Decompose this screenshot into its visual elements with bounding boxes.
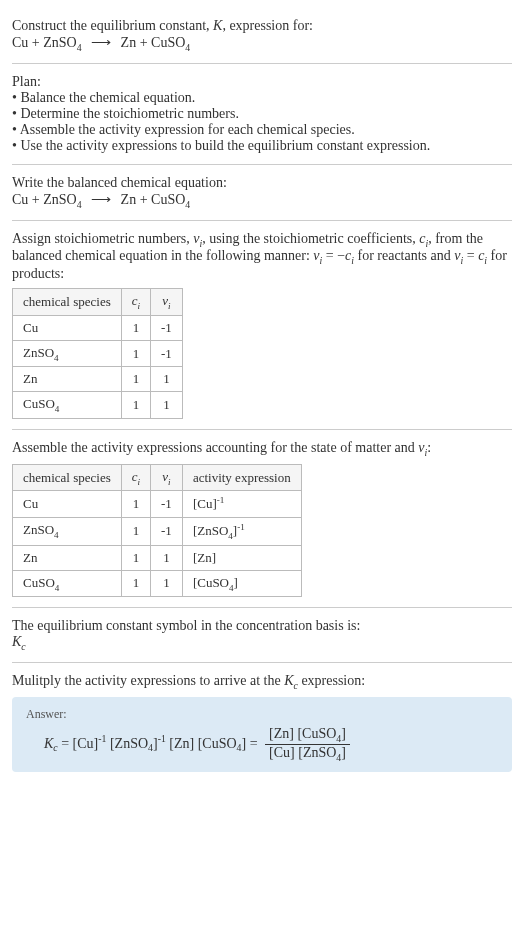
- answer-fraction: [Zn] [CuSO4] [Cu] [ZnSO4]: [265, 726, 350, 763]
- td-nu: -1: [151, 340, 183, 367]
- plan-item: Use the activity expressions to build th…: [12, 138, 512, 154]
- stoich-section: Assign stoichiometric numbers, νi, using…: [12, 221, 512, 430]
- intro-text: Construct the equilibrium constant, K, e…: [12, 18, 512, 34]
- td-nu: -1: [151, 315, 183, 340]
- mu-k: K: [284, 673, 293, 688]
- k-symbol: K: [213, 18, 222, 33]
- ans-t1: [Cu]: [73, 735, 99, 750]
- ae-sup: -1: [217, 495, 225, 505]
- th-ci: ci: [121, 464, 150, 491]
- th-nui: νi: [151, 464, 183, 491]
- num-a: [Zn] [CuSO: [269, 726, 336, 741]
- ans-s2: -1: [158, 733, 166, 744]
- ae-close: ]: [234, 575, 238, 590]
- sp: Zn: [23, 371, 37, 386]
- ac-t2: :: [427, 440, 431, 455]
- st-eq2b: =: [463, 248, 478, 263]
- b-reactant-cu: Cu: [12, 192, 28, 207]
- mu-t1: Mulitply the activity expressions to arr…: [12, 673, 284, 688]
- kc-intro-section: The equilibrium constant symbol in the c…: [12, 608, 512, 663]
- multiply-section: Mulitply the activity expressions to arr…: [12, 663, 512, 782]
- plan-label: Plan:: [12, 74, 512, 90]
- reactant-znso4: ZnSO: [43, 35, 76, 50]
- fraction-numerator: [Zn] [CuSO4]: [265, 726, 350, 745]
- td-species: CuSO4: [13, 570, 122, 597]
- den-a: [Cu] [ZnSO: [269, 745, 336, 760]
- td-species: Cu: [13, 315, 122, 340]
- td-c: 1: [121, 545, 150, 570]
- b-plus: +: [28, 192, 43, 207]
- kc-k: K: [12, 634, 21, 649]
- ac-t1: Assemble the activity expressions accoun…: [12, 440, 418, 455]
- st-t2: , using the stoichiometric coefficients,: [202, 231, 419, 246]
- st-eq1b: = −: [322, 248, 345, 263]
- plan-list: Balance the chemical equation. Determine…: [12, 90, 512, 154]
- equation-line: Cu + ZnSO4 ⟶ Zn + CuSO4: [12, 34, 512, 53]
- table-header-row: chemical species ci νi: [13, 289, 183, 316]
- reactant-cu: Cu: [12, 35, 28, 50]
- b-reactant-znso4: ZnSO: [43, 192, 76, 207]
- td-nu: 1: [151, 367, 183, 392]
- b-product-zn: Zn: [121, 192, 137, 207]
- kc-intro-text: The equilibrium constant symbol in the c…: [12, 618, 512, 634]
- td-species: ZnSO4: [13, 517, 122, 545]
- num-c: ]: [341, 726, 346, 741]
- sp-sub: 4: [55, 404, 60, 414]
- td-species: ZnSO4: [13, 340, 122, 367]
- th-activity: activity expression: [182, 464, 301, 491]
- plan-item: Balance the chemical equation.: [12, 90, 512, 106]
- mu-t2: expression:: [298, 673, 365, 688]
- sp: Cu: [23, 320, 38, 335]
- sp: Cu: [23, 496, 38, 511]
- st-t1: Assign stoichiometric numbers,: [12, 231, 193, 246]
- td-c: 1: [121, 517, 150, 545]
- intro-prompt: Construct the equilibrium constant,: [12, 18, 213, 33]
- th-nui-s: i: [168, 301, 171, 311]
- td-nu: -1: [151, 491, 183, 517]
- td-ae: [Zn]: [182, 545, 301, 570]
- activity-section: Assemble the activity expressions accoun…: [12, 430, 512, 608]
- fraction-denominator: [Cu] [ZnSO4]: [265, 745, 350, 763]
- table-row: Zn 1 1: [13, 367, 183, 392]
- product-zn: Zn: [121, 35, 137, 50]
- td-ae: [CuSO4]: [182, 570, 301, 597]
- sp-sub: 4: [54, 352, 59, 362]
- th-ci-s: i: [138, 301, 141, 311]
- table-row: ZnSO4 1 -1 [ZnSO4]-1: [13, 517, 302, 545]
- table-row: CuSO4 1 1: [13, 392, 183, 419]
- th-nui: νi: [151, 289, 183, 316]
- sp: Zn: [23, 550, 37, 565]
- td-nu: -1: [151, 517, 183, 545]
- ans-eq: =: [58, 735, 73, 750]
- table-row: Cu 1 -1 [Cu]-1: [13, 491, 302, 517]
- table-row: ZnSO4 1 -1: [13, 340, 183, 367]
- plus2: +: [136, 35, 151, 50]
- arrow-icon: ⟶: [91, 191, 111, 208]
- sp: ZnSO: [23, 522, 54, 537]
- balance-label: Write the balanced chemical equation:: [12, 175, 512, 191]
- product-cuso4: CuSO: [151, 35, 185, 50]
- ans-t3c: ] =: [242, 735, 262, 750]
- td-ae: [ZnSO4]-1: [182, 517, 301, 545]
- td-species: Zn: [13, 545, 122, 570]
- table-row: Cu 1 -1: [13, 315, 183, 340]
- ae: [Zn]: [193, 550, 216, 565]
- kc-ks: c: [21, 641, 25, 652]
- plan-section: Plan: Balance the chemical equation. Det…: [12, 64, 512, 165]
- td-c: 1: [121, 367, 150, 392]
- th2-ci-s: i: [138, 476, 141, 486]
- plan-item: Assemble the activity expression for eac…: [12, 122, 512, 138]
- td-species: Cu: [13, 491, 122, 517]
- intro-prompt2: , expression for:: [222, 18, 313, 33]
- td-c: 1: [121, 570, 150, 597]
- b-reactant-znso4-sub: 4: [77, 199, 82, 210]
- arrow-icon: ⟶: [91, 34, 111, 51]
- balanced-equation: Cu + ZnSO4 ⟶ Zn + CuSO4: [12, 191, 512, 210]
- sp-sub: 4: [55, 582, 60, 592]
- answer-label: Answer:: [26, 707, 498, 722]
- reactant-znso4-sub: 4: [77, 42, 82, 53]
- ans-k: K: [44, 735, 53, 750]
- sp: ZnSO: [23, 345, 54, 360]
- td-nu: 1: [151, 392, 183, 419]
- td-c: 1: [121, 491, 150, 517]
